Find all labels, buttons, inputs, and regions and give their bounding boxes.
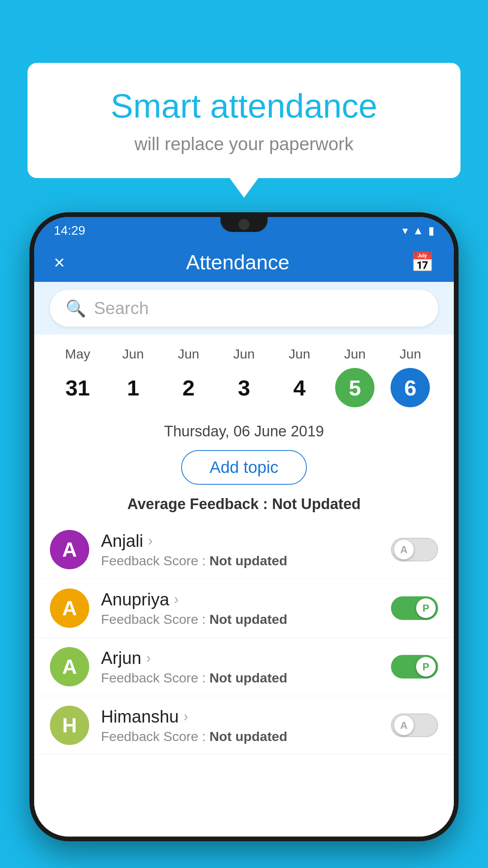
calendar-day[interactable]: May31 xyxy=(50,346,105,407)
student-avatar: A xyxy=(50,530,89,569)
close-icon[interactable]: × xyxy=(54,252,65,273)
student-avatar: H xyxy=(50,706,89,745)
chevron-icon: › xyxy=(148,533,153,549)
search-input-placeholder[interactable]: Search xyxy=(94,298,149,318)
search-icon: 🔍 xyxy=(66,299,86,318)
calendar-day[interactable]: Jun4 xyxy=(272,346,327,407)
student-name: Arjun › xyxy=(101,648,379,668)
signal-icon: ▲ xyxy=(413,224,424,237)
search-bar[interactable]: 🔍 Search xyxy=(50,290,438,327)
wifi-icon: ▾ xyxy=(402,224,408,237)
speech-bubble-title: Smart attendance xyxy=(59,86,429,125)
student-info: Arjun ›Feedback Score : Not updated xyxy=(101,648,379,686)
battery-icon: ▮ xyxy=(428,224,434,237)
status-time: 14:29 xyxy=(54,223,85,238)
toggle-knob: A xyxy=(394,715,414,735)
student-feedback: Feedback Score : Not updated xyxy=(101,729,379,744)
calendar-day[interactable]: Jun5 xyxy=(327,346,383,407)
calendar-row: May31Jun1Jun2Jun3Jun4Jun5Jun6 xyxy=(34,335,454,415)
feedback-summary: Average Feedback : Not Updated xyxy=(34,491,454,520)
calendar-day[interactable]: Jun3 xyxy=(216,346,272,407)
student-name: Himanshu › xyxy=(101,707,379,726)
attendance-toggle-wrap[interactable]: P xyxy=(391,596,438,620)
attendance-toggle-wrap[interactable]: A xyxy=(391,714,438,737)
add-topic-button[interactable]: Add topic xyxy=(181,450,306,485)
chevron-icon: › xyxy=(146,650,151,666)
phone-wrapper: 14:29 ▾ ▲ ▮ × Attendance 📅 🔍 Search xyxy=(29,212,459,868)
student-feedback: Feedback Score : Not updated xyxy=(101,670,379,686)
student-row[interactable]: AAnupriya ›Feedback Score : Not updatedP xyxy=(34,579,454,638)
add-topic-container: Add topic xyxy=(34,444,454,491)
calendar-day[interactable]: Jun6 xyxy=(383,346,438,407)
student-info: Anupriya ›Feedback Score : Not updated xyxy=(101,590,379,627)
speech-bubble-container: Smart attendance will replace your paper… xyxy=(28,63,460,178)
phone-screen: 14:29 ▾ ▲ ▮ × Attendance 📅 🔍 Search xyxy=(34,217,454,837)
phone-notch xyxy=(220,217,268,232)
feedback-value: Not Updated xyxy=(272,496,361,512)
cal-date-number[interactable]: 4 xyxy=(280,368,319,407)
student-avatar: A xyxy=(50,647,89,686)
phone: 14:29 ▾ ▲ ▮ × Attendance 📅 🔍 Search xyxy=(29,212,459,841)
toggle-knob: A xyxy=(394,540,414,559)
attendance-toggle-wrap[interactable]: A xyxy=(391,538,438,561)
cal-date-number[interactable]: 31 xyxy=(58,368,97,407)
student-info: Anjali ›Feedback Score : Not updated xyxy=(101,531,379,568)
toggle-knob: P xyxy=(416,657,436,677)
feedback-prefix: Average Feedback : xyxy=(127,496,272,512)
student-row[interactable]: AAnjali ›Feedback Score : Not updatedA xyxy=(34,520,454,579)
toggle-knob: P xyxy=(416,598,436,618)
students-list: AAnjali ›Feedback Score : Not updatedAAA… xyxy=(34,520,454,837)
student-row[interactable]: HHimanshu ›Feedback Score : Not updatedA xyxy=(34,696,454,755)
speech-bubble-subtitle: will replace your paperwork xyxy=(59,133,429,154)
cal-month-label: May xyxy=(65,346,90,362)
cal-date-number[interactable]: 5 xyxy=(335,368,374,407)
cal-date-number[interactable]: 2 xyxy=(169,368,208,407)
calendar-icon[interactable]: 📅 xyxy=(411,251,434,273)
app-bar: × Attendance 📅 xyxy=(34,243,454,282)
selected-date-label: Thursday, 06 June 2019 xyxy=(34,415,454,444)
cal-month-label: Jun xyxy=(344,346,366,362)
student-row[interactable]: AArjun ›Feedback Score : Not updatedP xyxy=(34,638,454,696)
attendance-toggle[interactable]: P xyxy=(391,596,438,620)
student-name: Anupriya › xyxy=(101,590,379,609)
cal-date-number[interactable]: 1 xyxy=(114,368,153,407)
student-avatar: A xyxy=(50,588,89,628)
chevron-icon: › xyxy=(174,591,179,608)
student-feedback: Feedback Score : Not updated xyxy=(101,612,379,627)
phone-camera xyxy=(238,219,250,230)
attendance-toggle[interactable]: P xyxy=(391,655,438,679)
app-bar-title: Attendance xyxy=(186,250,289,274)
attendance-toggle[interactable]: A xyxy=(391,538,438,561)
status-icons: ▾ ▲ ▮ xyxy=(402,224,434,237)
cal-month-label: Jun xyxy=(233,346,255,362)
speech-bubble: Smart attendance will replace your paper… xyxy=(28,63,460,178)
attendance-toggle-wrap[interactable]: P xyxy=(391,655,438,679)
calendar-day[interactable]: Jun1 xyxy=(105,346,161,407)
cal-month-label: Jun xyxy=(289,346,310,362)
cal-month-label: Jun xyxy=(178,346,199,362)
cal-month-label: Jun xyxy=(400,346,421,362)
student-feedback: Feedback Score : Not updated xyxy=(101,553,379,568)
calendar-day[interactable]: Jun2 xyxy=(161,346,216,407)
search-container: 🔍 Search xyxy=(34,282,454,335)
cal-date-number[interactable]: 6 xyxy=(391,368,430,407)
cal-month-label: Jun xyxy=(122,346,144,362)
student-name: Anjali › xyxy=(101,531,379,551)
student-info: Himanshu ›Feedback Score : Not updated xyxy=(101,707,379,744)
cal-date-number[interactable]: 3 xyxy=(224,368,264,407)
chevron-icon: › xyxy=(183,708,188,725)
attendance-toggle[interactable]: A xyxy=(391,714,438,737)
